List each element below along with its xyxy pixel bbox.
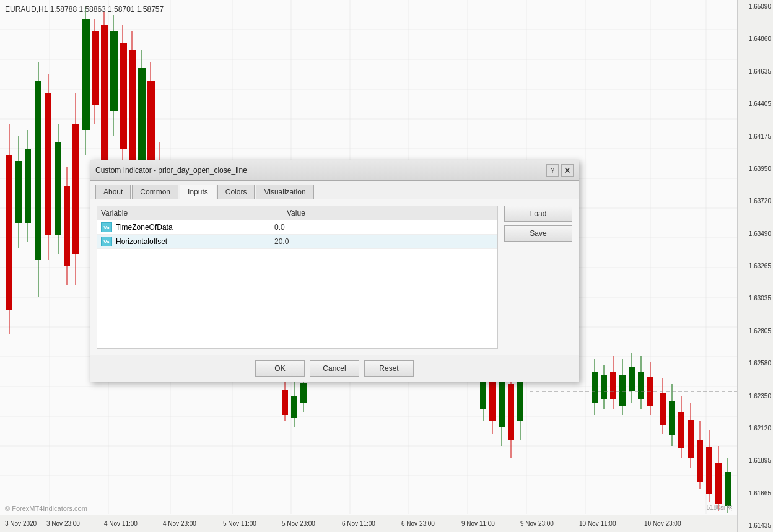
time-label-9: 9 Nov 23:00 (520, 520, 554, 527)
tab-about[interactable]: About (95, 185, 131, 199)
time-label-5: 5 Nov 23:00 (282, 520, 315, 527)
save-button[interactable]: Save (504, 225, 572, 242)
time-label-4: 5 Nov 11:00 (223, 520, 256, 527)
svg-rect-91 (647, 377, 653, 406)
tab-inputs[interactable]: Inputs (180, 185, 216, 199)
price-9: 1.63265 (740, 263, 771, 269)
table-header: Variable Value (97, 206, 497, 220)
price-2: 1.64860 (740, 35, 771, 42)
svg-rect-75 (508, 384, 514, 440)
svg-rect-51 (110, 31, 118, 111)
svg-rect-99 (688, 420, 694, 458)
price-13: 1.62350 (740, 393, 771, 399)
svg-rect-41 (64, 186, 70, 266)
svg-rect-29 (6, 155, 12, 310)
svg-rect-93 (660, 393, 666, 425)
time-label-2: 4 Nov 11:00 (104, 520, 138, 527)
tab-visualization[interactable]: Visualization (256, 185, 313, 199)
svg-rect-37 (45, 93, 51, 235)
svg-rect-31 (15, 161, 22, 223)
svg-rect-95 (669, 401, 675, 435)
dialog-titlebar: Custom Indicator - prior_day_open_close_… (90, 160, 579, 181)
svg-rect-105 (715, 463, 722, 504)
price-12: 1.62580 (740, 360, 771, 367)
price-5: 1.64175 (740, 133, 771, 140)
svg-rect-107 (725, 472, 731, 506)
side-buttons: Load Save (504, 206, 572, 349)
price-10: 1.63035 (740, 295, 771, 302)
svg-rect-47 (92, 31, 99, 105)
cancel-button[interactable]: Cancel (310, 360, 359, 377)
svg-rect-83 (610, 372, 616, 399)
row-1-value: 0.0 (274, 223, 494, 232)
time-label-8: 9 Nov 11:00 (461, 520, 495, 527)
svg-rect-49 (101, 25, 108, 180)
table-empty-space (97, 249, 497, 348)
dialog-tabs: About Common Inputs Colors Visualization (90, 181, 579, 199)
time-label-6: 6 Nov 11:00 (342, 520, 375, 527)
svg-rect-85 (619, 375, 626, 406)
row-2-icon: Va (101, 237, 112, 246)
dialog-footer: OK Cancel Reset (90, 355, 579, 382)
svg-rect-101 (697, 440, 703, 482)
tab-common[interactable]: Common (132, 185, 178, 199)
reset-button[interactable]: Reset (364, 360, 414, 377)
row-1-icon: Va (101, 222, 112, 232)
time-label-3: 4 Nov 23:00 (163, 520, 196, 527)
time-label-7: 6 Nov 23:00 (401, 520, 435, 527)
price-axis: 1.65090 1.64860 1.64635 1.64405 1.64175 … (737, 0, 773, 532)
dialog-title: Custom Indicator - prior_day_open_close_… (95, 166, 247, 175)
row-2-variable: Va Horizontaloffset (101, 237, 274, 246)
tab-colors[interactable]: Colors (217, 185, 255, 199)
inputs-table: Variable Value Va TimeZoneOfData 0.0 Va … (97, 206, 498, 349)
price-16: 1.61665 (740, 490, 771, 497)
price-3: 1.64635 (740, 68, 771, 75)
price-15: 1.61895 (740, 457, 771, 464)
svg-rect-43 (72, 124, 79, 254)
svg-rect-65 (291, 396, 297, 418)
time-axis: 3 Nov 2020 3 Nov 23:00 4 Nov 11:00 4 Nov… (0, 515, 737, 532)
row-1-variable: Va TimeZoneOfData (101, 222, 274, 232)
price-17: 1.61435 (740, 522, 771, 529)
table-row[interactable]: Va Horizontaloffset 20.0 (97, 235, 497, 249)
svg-rect-35 (35, 81, 41, 260)
svg-rect-39 (55, 142, 61, 235)
col-header-variable: Variable (101, 209, 287, 217)
price-6: 1.63950 (740, 165, 771, 172)
load-button[interactable]: Load (504, 206, 572, 222)
svg-rect-53 (120, 43, 127, 149)
dialog-close-button[interactable]: ✕ (561, 164, 574, 177)
col-header-value: Value (287, 209, 494, 217)
svg-rect-45 (82, 19, 90, 130)
indicator-dialog: Custom Indicator - prior_day_open_close_… (90, 160, 579, 382)
time-label-10: 10 Nov 11:00 (579, 520, 616, 527)
price-11: 1.62805 (740, 328, 771, 334)
svg-rect-79 (592, 372, 598, 403)
watermark: © ForexMT4Indicators.com (5, 505, 87, 512)
ok-button[interactable]: OK (255, 360, 305, 377)
price-8: 1.63490 (740, 230, 771, 237)
svg-rect-87 (629, 367, 635, 391)
price-7: 1.63720 (740, 198, 771, 204)
chart-header: EURAUD,H1 1.58788 1.58863 1.58701 1.5875… (5, 5, 164, 14)
time-label-0: 3 Nov 2020 (5, 520, 37, 527)
svg-rect-81 (601, 375, 607, 399)
svg-rect-63 (282, 390, 288, 415)
dialog-controls: ? ✕ (546, 164, 574, 177)
price-4: 1.64405 (740, 100, 771, 107)
table-row[interactable]: Va TimeZoneOfData 0.0 (97, 220, 497, 235)
time-label-11: 10 Nov 23:00 (644, 520, 681, 527)
svg-rect-89 (638, 372, 644, 399)
svg-rect-97 (678, 412, 684, 448)
price-1: 1.65090 (740, 3, 771, 10)
row-2-value: 20.0 (274, 237, 494, 246)
watermark-2: 5180si 网 (707, 504, 733, 512)
svg-rect-33 (25, 149, 31, 223)
dialog-content: Variable Value Va TimeZoneOfData 0.0 Va … (90, 199, 579, 355)
svg-rect-103 (706, 447, 712, 494)
svg-rect-67 (300, 383, 307, 403)
time-label-1: 3 Nov 23:00 (46, 520, 80, 527)
dialog-help-button[interactable]: ? (546, 164, 559, 177)
price-14: 1.62120 (740, 425, 771, 432)
